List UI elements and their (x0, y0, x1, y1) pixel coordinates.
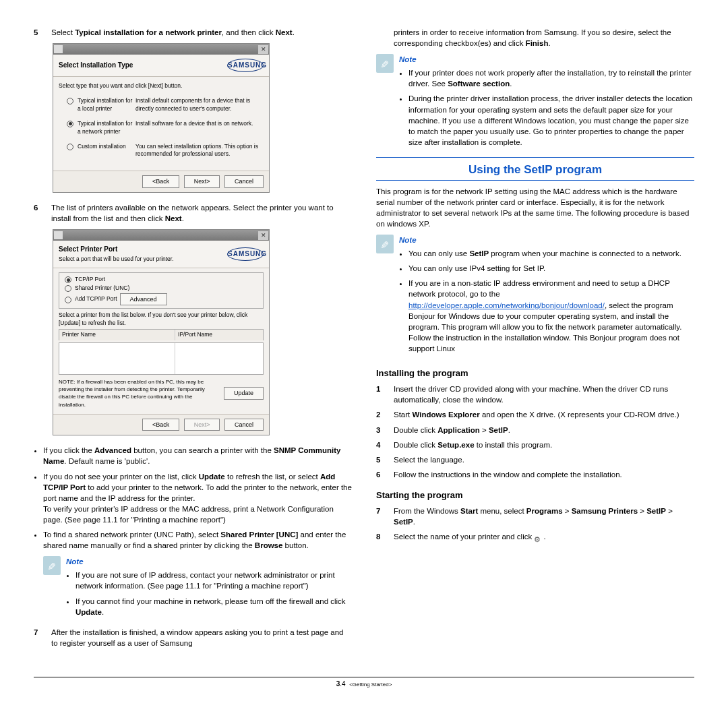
note1-line2: If you cannot find your machine in netwo… (75, 596, 352, 617)
note2-line1: If your printer does not work properly a… (408, 67, 694, 89)
col-printer-name: Printer Name (59, 330, 175, 340)
bullet-update: If you do not see your printer on the li… (43, 471, 352, 525)
note-block-1: Note If you are not sure of IP address, … (43, 556, 352, 621)
port-add-tcpip[interactable]: Add TCP/IP PortAdvanced (62, 293, 260, 306)
section-intro: This program is for the network IP setti… (376, 186, 694, 229)
samsung-logo: SAMSUNG (227, 247, 264, 261)
col-ip-port: IP/Port Name (175, 330, 215, 340)
radio-icon-selected[interactable] (67, 121, 73, 127)
dialog-footer: <Back Next> Cancel (53, 414, 269, 435)
radio-icon[interactable] (67, 144, 73, 150)
printer-list[interactable] (59, 342, 264, 375)
step-7-num: 7 (34, 627, 51, 648)
dialog-header: Select Printer Port Select a port that w… (53, 241, 269, 268)
install-step-5: 5Select the language. (376, 454, 694, 465)
breadcrumb: <Getting Started> (349, 681, 392, 688)
close-icon[interactable]: ✕ (258, 45, 268, 54)
radio-icon[interactable] (67, 98, 73, 104)
dialog-titlebar: ✕ (53, 44, 269, 55)
note3-line1: You can only use SetIP program when your… (408, 248, 694, 259)
step-6-num: 6 (34, 202, 51, 224)
samsung-logo: SAMSUNG (227, 59, 264, 72)
next-button[interactable]: Next> (184, 419, 220, 431)
step-5-num: 5 (34, 27, 51, 38)
app-icon (54, 231, 63, 239)
step-6: 6 The list of printers available on the … (34, 202, 352, 224)
next-button[interactable]: Next> (184, 175, 220, 188)
advanced-button[interactable]: Advanced (120, 293, 167, 306)
app-icon (54, 45, 63, 53)
port-shared-unc[interactable]: Shared Printer (UNC) (62, 284, 260, 293)
step-5-text: Select Typical installation for a networ… (51, 27, 352, 38)
step-7-continued: printers in order to receive information… (394, 27, 694, 49)
printer-list-header: Printer Name IP/Port Name (59, 329, 264, 340)
note1-line1: If you are not sure of IP address, conta… (75, 570, 352, 591)
step-6-text: The list of printers available on the ne… (51, 202, 352, 224)
update-button[interactable]: Update (224, 387, 264, 400)
radio-icon[interactable] (65, 285, 71, 292)
step-7: 7 After the installation is finished, a … (34, 627, 352, 648)
dialog-install-type: ✕ Select Installation Type SAMSUNG Selec… (53, 43, 270, 193)
start-step-7: 7From the Windows Start menu, select Pro… (376, 506, 694, 527)
step-7-text: After the installation is finished, a wi… (51, 627, 352, 648)
note-block-2: Note If your printer does not work prope… (376, 54, 694, 152)
back-button[interactable]: <Back (142, 175, 179, 188)
dialog-note: NOTE: If a firewall has been enabled on … (59, 378, 264, 408)
start-step-8: 8Select the name of your printer and cli… (376, 531, 694, 542)
dialog-title: Select Printer Port (59, 245, 174, 254)
dialog-titlebar: ✕ (53, 230, 269, 241)
note-icon (376, 235, 394, 253)
note-icon (376, 54, 394, 73)
step-6-bullets: If you click the Advanced button, you ca… (34, 445, 352, 551)
option-custom-install[interactable]: Custom installation You can select insta… (59, 143, 264, 159)
dialog-hint: Select type that you want and click [Nex… (59, 82, 264, 90)
note-title: Note (399, 235, 694, 245)
page-footer: 3.4 <Getting Started> (34, 677, 694, 689)
option-local-printer[interactable]: Typical installation for a local printer… (59, 97, 264, 113)
radio-icon[interactable] (65, 297, 71, 303)
dialog-title: Select Installation Type (59, 61, 133, 70)
install-step-4: 4Double click Setup.exe to install this … (376, 439, 694, 450)
install-step-6: 6Follow the instructions in the window a… (376, 469, 694, 480)
cancel-button[interactable]: Cancel (224, 175, 264, 188)
gear-icon (534, 534, 541, 541)
bullet-shared-unc: To find a shared network printer (UNC Pa… (43, 529, 352, 551)
note-title: Note (399, 54, 694, 65)
dialog-header: Select Installation Type SAMSUNG (53, 55, 269, 77)
note-block-3: Note You can only use SetIP program when… (376, 235, 694, 358)
step-5: 5 Select Typical installation for a netw… (34, 27, 352, 38)
install-step-3: 3Double click Application > SetIP. (376, 425, 694, 435)
bonjour-link[interactable]: http://developer.apple.com/networking/bo… (408, 301, 605, 309)
note3-line3: If you are in a non-static IP address en… (408, 278, 694, 354)
option-network-printer[interactable]: Typical installation for a network print… (59, 120, 264, 136)
note2-line2: During the printer driver installation p… (408, 93, 694, 147)
port-tcpip[interactable]: TCP/IP Port (62, 276, 260, 284)
bullet-advanced: If you click the Advanced button, you ca… (43, 445, 352, 466)
radio-icon-selected[interactable] (65, 276, 71, 283)
note-title: Note (66, 556, 352, 567)
install-step-2: 2Start Windows Explorer and open the X d… (376, 409, 694, 420)
install-heading: Installing the program (376, 367, 694, 380)
note-icon (43, 556, 61, 575)
printer-list-hint: Select a printer from the list below. If… (59, 311, 264, 328)
dialog-subtitle: Select a port that will be used for your… (59, 255, 174, 264)
section-heading: Using the SetIP program (376, 157, 694, 181)
cancel-button[interactable]: Cancel (224, 419, 264, 431)
dialog-select-port: ✕ Select Printer Port Select a port that… (53, 229, 270, 435)
dialog-footer: <Back Next> Cancel (53, 171, 269, 192)
start-heading: Starting the program (376, 489, 694, 502)
back-button[interactable]: <Back (142, 419, 179, 431)
close-icon[interactable]: ✕ (258, 231, 268, 240)
install-step-1: 1Insert the driver CD provided along wit… (376, 384, 694, 405)
note3-line2: You can only use IPv4 setting for Set IP… (408, 263, 694, 274)
